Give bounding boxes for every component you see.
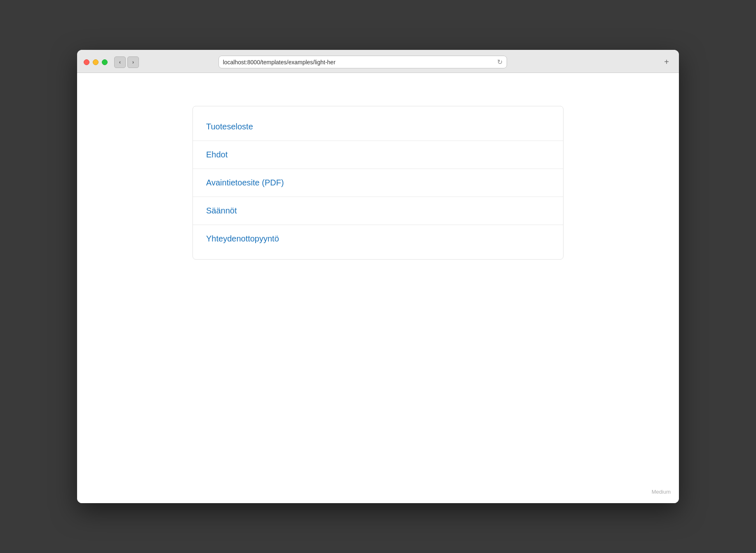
card-item-avaintietoesite[interactable]: Avaintietoesite (PDF) bbox=[193, 169, 563, 197]
link-saannot[interactable]: Säännöt bbox=[206, 206, 237, 215]
browser-chrome: ‹ › localhost:8000/templates/examples/li… bbox=[77, 50, 679, 73]
link-ehdot[interactable]: Ehdot bbox=[206, 150, 228, 159]
card-item-yhteydenottopyynto[interactable]: Yhteydenottopyyntö bbox=[193, 225, 563, 253]
card-item-saannot[interactable]: Säännöt bbox=[193, 197, 563, 225]
medium-badge: Medium bbox=[652, 489, 671, 495]
link-avaintietoesite[interactable]: Avaintietoesite (PDF) bbox=[206, 178, 284, 187]
address-bar[interactable]: localhost:8000/templates/examples/light-… bbox=[218, 56, 507, 68]
page-content: TuoteselosteEhdotAvaintietoesite (PDF)Sä… bbox=[77, 73, 679, 503]
links-card: TuoteselosteEhdotAvaintietoesite (PDF)Sä… bbox=[193, 106, 563, 260]
link-yhteydenottopyynto[interactable]: Yhteydenottopyyntö bbox=[206, 234, 279, 243]
traffic-lights bbox=[84, 59, 108, 65]
browser-window: ‹ › localhost:8000/templates/examples/li… bbox=[77, 50, 679, 503]
maximize-button[interactable] bbox=[102, 59, 108, 65]
back-button[interactable]: ‹ bbox=[114, 56, 126, 68]
forward-button[interactable]: › bbox=[127, 56, 139, 68]
link-tuoteseloste[interactable]: Tuoteseloste bbox=[206, 122, 253, 131]
minimize-button[interactable] bbox=[93, 59, 99, 65]
new-tab-button[interactable]: + bbox=[661, 56, 672, 68]
refresh-icon[interactable]: ↻ bbox=[497, 58, 502, 66]
card-item-tuoteseloste[interactable]: Tuoteseloste bbox=[193, 113, 563, 141]
nav-buttons: ‹ › bbox=[114, 56, 139, 68]
card-item-ehdot[interactable]: Ehdot bbox=[193, 141, 563, 169]
url-text: localhost:8000/templates/examples/light-… bbox=[223, 59, 494, 66]
close-button[interactable] bbox=[84, 59, 89, 65]
